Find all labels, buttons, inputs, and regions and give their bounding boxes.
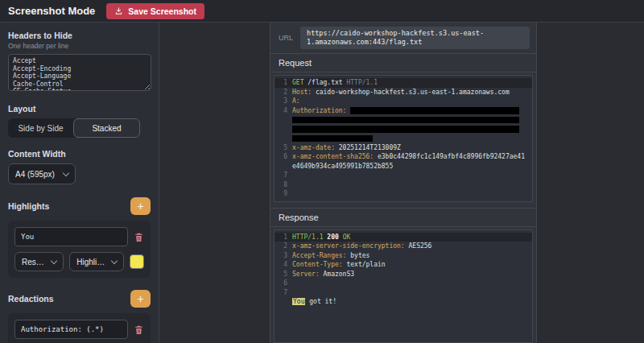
- content-width-value: A4 (595px): [15, 170, 55, 179]
- save-screenshot-label: Save Screenshot: [128, 6, 196, 16]
- layout-segmented-control: Side by Side Stacked: [8, 118, 140, 138]
- plus-icon: +: [137, 293, 143, 304]
- line-number: [278, 297, 287, 307]
- line-number: [278, 134, 287, 143]
- chevron-down-icon: [51, 257, 57, 263]
- code-line: 1HTTP/1.1 200 OK: [275, 233, 532, 242]
- code-line: 2x-amz-server-side-encryption: AES256: [275, 242, 532, 251]
- redaction-block: [292, 126, 519, 133]
- line-number: 7: [278, 288, 287, 298]
- url-row: URL https://caido-workshop-hackfest.s3.u…: [270, 23, 536, 54]
- code-line: [275, 115, 532, 125]
- code-line: You got it!: [275, 297, 532, 307]
- code-line: 6: [275, 279, 532, 288]
- screenshot-mode-app: Screenshot Mode Save Screenshot Headers …: [0, 0, 644, 343]
- line-number: 6: [278, 152, 287, 171]
- delete-redaction-button[interactable]: [134, 324, 144, 335]
- trash-icon: [134, 324, 144, 335]
- line-number: 4: [278, 106, 287, 116]
- layout-label: Layout: [8, 104, 151, 114]
- layout-option-stacked[interactable]: Stacked: [73, 118, 140, 138]
- layout-option-side-by-side[interactable]: Side by Side: [8, 118, 73, 138]
- chevron-down-icon: [111, 257, 118, 263]
- code-line: 2Host: caido-workshop-hackfest.s3.us-eas…: [275, 88, 532, 97]
- delete-highlight-button[interactable]: [134, 232, 144, 242]
- code-line: [275, 134, 532, 143]
- highlight-pattern-input[interactable]: [14, 227, 128, 246]
- line-number: 5: [278, 270, 287, 279]
- response-section-header: Response: [270, 208, 536, 227]
- request-code: 1GET /flag.txt HTTP/1.12Host: caido-work…: [274, 75, 533, 202]
- highlight-rule-card: Respo... Highlight: [8, 221, 151, 278]
- save-screenshot-button[interactable]: Save Screenshot: [106, 3, 204, 19]
- download-icon: [114, 6, 123, 15]
- redaction-block: [350, 107, 519, 114]
- code-line: 1GET /flag.txt HTTP/1.1: [275, 78, 532, 88]
- redactions-label: Redactions: [8, 294, 54, 304]
- line-number: 1: [278, 78, 287, 88]
- code-line: [275, 125, 532, 134]
- plus-icon: +: [137, 200, 143, 212]
- line-number: 1: [278, 233, 287, 242]
- line-number: 6: [278, 279, 287, 288]
- add-redaction-button[interactable]: +: [130, 290, 151, 308]
- redaction-rule-card: Request Opaque: [8, 313, 151, 343]
- redaction-block: [292, 135, 373, 143]
- line-number: 4: [278, 260, 287, 270]
- response-code: 1HTTP/1.1 200 OK2x-amz-server-side-encry…: [274, 229, 533, 343]
- url-label: URL: [279, 34, 293, 42]
- line-number: 5: [278, 143, 287, 153]
- add-highlight-button[interactable]: +: [130, 197, 151, 215]
- line-number: [278, 125, 287, 134]
- highlight-target-value: Respo...: [22, 258, 47, 267]
- trash-icon: [134, 232, 144, 242]
- code-line: 7: [275, 288, 532, 298]
- url-value: https://caido-workshop-hackfest.s3.us-ea…: [300, 27, 530, 49]
- code-line: 4Authorization:: [275, 106, 532, 116]
- main-area: URL https://caido-workshop-hackfest.s3.u…: [159, 23, 644, 343]
- highlight-action-select[interactable]: Highlight: [69, 252, 124, 271]
- line-number: 2: [278, 88, 287, 97]
- page-title: Screenshot Mode: [8, 5, 95, 17]
- line-number: 3: [278, 97, 287, 106]
- highlight-color-swatch[interactable]: [130, 254, 144, 269]
- line-number: 7: [278, 171, 287, 180]
- line-number: 9: [278, 189, 287, 199]
- highlight-action-value: Highlight: [76, 258, 107, 267]
- highlight-target-select[interactable]: Respo...: [14, 252, 64, 271]
- screenshot-preview-panel: URL https://caido-workshop-hackfest.s3.u…: [270, 23, 537, 343]
- content-width-select[interactable]: A4 (595px): [8, 163, 76, 184]
- code-line: 5Server: AmazonS3: [275, 270, 532, 279]
- line-number: 2: [278, 242, 287, 251]
- line-number: [278, 115, 287, 125]
- code-line: 7: [275, 171, 532, 180]
- top-bar: Screenshot Mode Save Screenshot: [0, 0, 644, 23]
- code-line: 6x-amz-content-sha256: e3b0c44298fc1c149…: [275, 152, 532, 171]
- headers-to-hide-sublabel: One header per line: [8, 42, 151, 50]
- redaction-pattern-input[interactable]: [14, 320, 128, 339]
- request-section-header: Request: [270, 54, 536, 72]
- line-number: 3: [278, 251, 287, 261]
- code-line: 3Accept-Ranges: bytes: [275, 251, 532, 261]
- code-line: 8: [275, 180, 532, 190]
- code-line: 9: [275, 189, 532, 199]
- highlights-label: Highlights: [8, 201, 49, 211]
- headers-to-hide-label: Headers to Hide: [8, 31, 151, 40]
- code-line: 4Content-Type: text/plain: [275, 260, 532, 270]
- chevron-down-icon: [63, 169, 69, 176]
- settings-sidebar: Headers to Hide One header per line Acce…: [0, 23, 159, 343]
- content-width-label: Content Width: [8, 149, 151, 159]
- redaction-block: [292, 117, 519, 124]
- code-line: 3A:: [275, 97, 532, 106]
- headers-to-hide-textarea[interactable]: Accept Accept-Encoding Accept-Language C…: [8, 54, 151, 91]
- line-number: 8: [278, 180, 287, 190]
- code-line: 5x-amz-date: 20251214T213009Z: [275, 143, 532, 153]
